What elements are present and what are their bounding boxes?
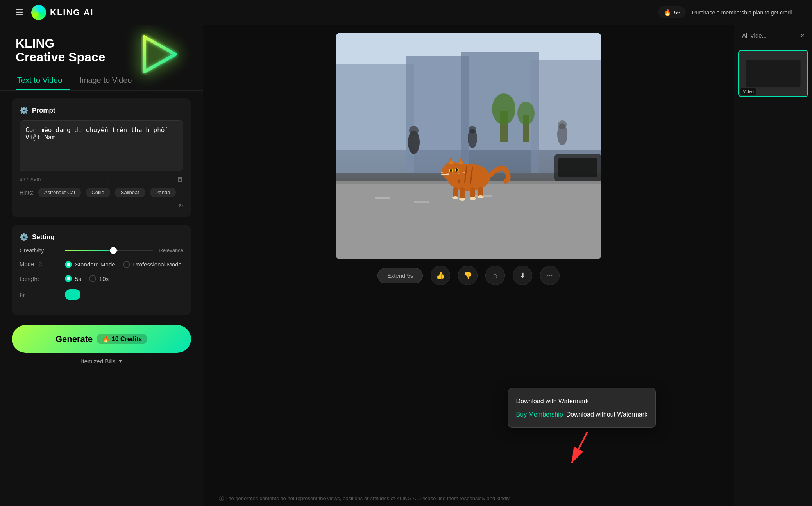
hint-collie[interactable]: Collie — [86, 188, 110, 197]
right-panel-header: All Vide... « — [734, 25, 812, 46]
relevance-label: Relevance — [159, 247, 183, 253]
char-count: 46 / 2500 — [20, 177, 41, 182]
extend-button[interactable]: Extend 5s — [377, 268, 423, 283]
creativity-row: Creativity Relevance — [20, 247, 183, 254]
buy-membership-link[interactable]: Buy Membership — [516, 408, 563, 421]
prompt-footer: 46 / 2500 | 🗑 — [20, 176, 183, 183]
svg-rect-13 — [414, 201, 429, 203]
svg-line-38 — [441, 174, 449, 175]
right-panel: All Vide... « Video — [734, 25, 812, 506]
clear-prompt-button[interactable]: 🗑 — [177, 176, 183, 183]
header-right: 🔥 56 Purchase a membership plan to get c… — [658, 6, 796, 18]
tab-image-to-video[interactable]: Image to Video — [78, 72, 140, 90]
svg-point-33 — [450, 169, 452, 172]
download-with-watermark[interactable]: Download with Watermark — [516, 395, 647, 408]
settings-card: ⚙️ Setting Creativity Relevance Mode ⓘ — [12, 225, 191, 315]
right-panel-title: All Vide... — [742, 32, 767, 39]
credits-count: 56 — [674, 9, 680, 16]
like-button[interactable]: 👍 — [431, 266, 450, 285]
mode-label: Mode ⓘ — [20, 261, 59, 268]
length-10s-option[interactable]: 10s — [89, 275, 109, 282]
svg-point-36 — [453, 173, 455, 174]
generate-credits: 🔥 10 Credits — [97, 334, 147, 344]
length-label: Length: — [20, 275, 59, 282]
hints-row: Hints: Astronaut Cat Collie Sailboat Pan… — [20, 188, 183, 209]
svg-rect-52 — [746, 60, 801, 87]
hint-astronaut-cat[interactable]: Astronaut Cat — [38, 188, 81, 197]
length-options: 5s 10s — [65, 275, 109, 282]
video-controls: Extend 5s 👍 👎 ☆ ⬇ ··· — [377, 259, 560, 291]
star-button[interactable]: ☆ — [485, 266, 505, 285]
length-5s-option[interactable]: 5s — [65, 275, 81, 282]
svg-rect-10 — [336, 181, 601, 259]
download-without-watermark: Download without Watermark — [566, 408, 647, 421]
video-area: Extend 5s 👍 👎 ☆ ⬇ ··· Download with Wate… — [203, 25, 734, 491]
length-row: Length: 5s 10s — [20, 275, 183, 282]
creativity-label: Creativity — [20, 247, 59, 254]
svg-marker-0 — [144, 37, 175, 72]
thumb-label: Video — [740, 88, 756, 95]
menu-icon[interactable]: ☰ — [16, 7, 23, 18]
svg-rect-2 — [336, 64, 414, 173]
svg-point-9 — [517, 102, 535, 125]
svg-point-47 — [470, 197, 476, 200]
svg-point-7 — [492, 93, 515, 125]
fr-row: Fr — [20, 289, 183, 300]
refresh-hints-button[interactable]: ↻ — [178, 202, 183, 209]
logo: KLING AI — [31, 5, 94, 20]
download-dropdown: Download with Watermark Buy Membership D… — [508, 388, 656, 428]
hint-sailboat[interactable]: Sailboat — [115, 188, 145, 197]
mode-options: Standard Mode Professional Mode — [65, 261, 182, 268]
hints-label: Hints: — [20, 190, 34, 196]
svg-point-45 — [452, 196, 458, 199]
svg-line-50 — [572, 432, 587, 463]
scene-svg — [336, 33, 601, 259]
fr-label: Fr — [20, 291, 59, 298]
svg-point-27 — [442, 162, 464, 181]
main-layout: KLING Creative Space — [0, 25, 812, 506]
generate-button[interactable]: Generate 🔥 10 Credits — [12, 325, 191, 353]
svg-point-18 — [469, 126, 476, 134]
tab-text-to-video[interactable]: Text to Video — [16, 72, 70, 90]
header-left: ☰ KLING AI — [16, 5, 94, 20]
purchase-text: Purchase a membership plan to get credi.… — [692, 9, 796, 16]
svg-rect-12 — [375, 197, 390, 199]
settings-header: ⚙️ Setting — [20, 233, 183, 241]
standard-mode-option[interactable]: Standard Mode — [65, 261, 115, 268]
svg-point-48 — [478, 195, 484, 198]
red-arrow-indicator — [564, 428, 595, 475]
credits-badge[interactable]: 🔥 56 — [658, 6, 686, 18]
svg-point-20 — [558, 120, 567, 129]
video-container — [336, 33, 601, 259]
svg-point-35 — [456, 168, 458, 172]
standard-mode-radio[interactable] — [65, 261, 72, 268]
creativity-slider[interactable] — [65, 250, 153, 251]
dislike-button[interactable]: 👎 — [458, 266, 478, 285]
prompt-label: Prompt — [32, 107, 55, 114]
prompt-header: ⚙️ Prompt — [20, 106, 183, 115]
professional-mode-option[interactable]: Professional Mode — [123, 261, 182, 268]
generate-area: Generate 🔥 10 Credits Itemized Bills ▾ — [0, 319, 203, 368]
hint-panda[interactable]: Panda — [150, 188, 176, 197]
fire-icon: 🔥 — [664, 9, 671, 16]
video-thumbnail[interactable]: Video — [738, 50, 808, 97]
footer-notice: ⓘ The generated contents do not represen… — [203, 491, 734, 506]
prompt-textarea[interactable] — [20, 120, 183, 171]
video-placeholder — [336, 33, 601, 259]
svg-point-46 — [459, 198, 465, 201]
length-5s-radio[interactable] — [65, 275, 72, 282]
length-10s-radio[interactable] — [89, 275, 96, 282]
download-button[interactable]: ⬇ — [513, 266, 532, 285]
prompt-icon: ⚙️ — [20, 106, 28, 115]
itemized-bills[interactable]: Itemized Bills ▾ — [12, 358, 191, 365]
collapse-panel-button[interactable]: « — [800, 31, 804, 39]
settings-label: Setting — [32, 233, 55, 241]
center-content: Extend 5s 👍 👎 ☆ ⬇ ··· Download with Wate… — [203, 25, 734, 506]
brand-area: KLING Creative Space — [0, 25, 203, 68]
more-button[interactable]: ··· — [540, 266, 560, 285]
professional-mode-radio[interactable] — [123, 261, 130, 268]
logo-text: KLING AI — [50, 7, 94, 18]
mode-row: Mode ⓘ Standard Mode Professional Mode — [20, 261, 183, 268]
download-without-watermark-row: Buy Membership Download without Watermar… — [516, 408, 647, 421]
header: ☰ KLING AI 🔥 56 Purchase a membership pl… — [0, 0, 812, 25]
